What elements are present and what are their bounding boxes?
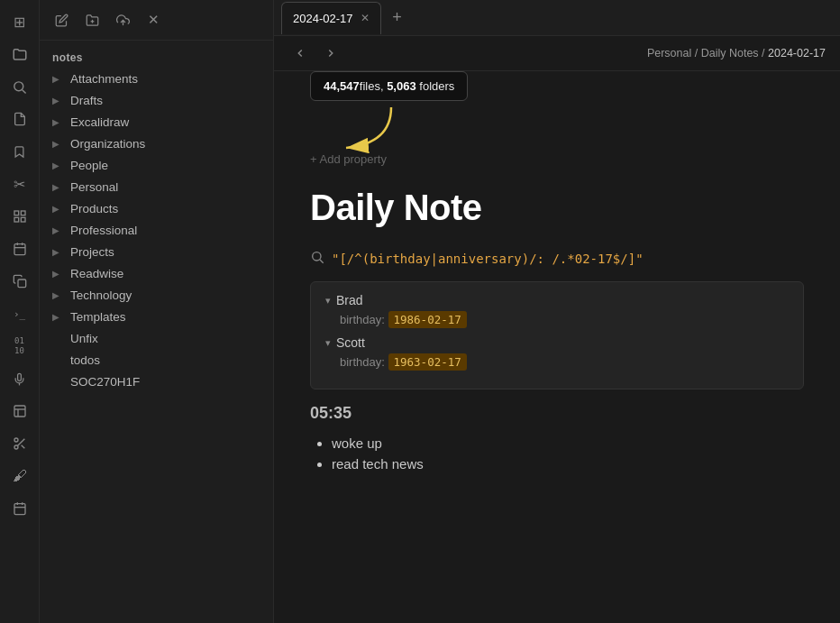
sidebar-edit-icon[interactable] <box>49 7 74 32</box>
chevron-brad-icon: ▾ <box>325 295 331 307</box>
chevron-icon: ▶ <box>52 204 67 214</box>
sidebar-item-products[interactable]: ▶ Products <box>43 198 269 219</box>
sidebar-item-label: Products <box>70 202 118 215</box>
svg-line-1 <box>23 89 26 93</box>
sidebar-item-label: Personal <box>70 180 118 194</box>
calendar2-icon[interactable] <box>5 494 34 523</box>
breadcrumb-part-personal[interactable]: Personal <box>647 47 691 60</box>
grid-icon[interactable] <box>5 202 34 231</box>
result-person-name: Scott <box>336 335 365 350</box>
page-title: Daily Note <box>310 188 804 228</box>
chevron-icon: ▶ <box>52 247 67 257</box>
search-query-text: "[/^(birthday|anniversary)/: /.*02-17$/]… <box>332 252 644 266</box>
result-name-brad: ▾ Brad <box>325 293 789 307</box>
sidebar: ✕ notes ▶ Attachments ▶ Drafts ▶ Excalid… <box>40 0 274 623</box>
sidebar-item-soc270h1f[interactable]: SOC270H1F <box>43 371 269 392</box>
sidebar-upload-icon[interactable] <box>110 7 135 32</box>
sidebar-plain-label: SOC270H1F <box>70 375 140 389</box>
sidebar-item-drafts[interactable]: ▶ Drafts <box>43 90 269 111</box>
scissors2-icon[interactable] <box>5 429 34 458</box>
icon-rail: ⊞ ✂ ›_ 0110 <box>0 0 40 623</box>
sidebar-item-people[interactable]: ▶ People <box>43 155 269 176</box>
tooltip-folders-count: 5,063 <box>387 79 416 93</box>
search-icon[interactable] <box>5 72 34 101</box>
tab-close-icon[interactable]: ✕ <box>361 12 370 24</box>
chevron-icon: ▶ <box>52 269 67 279</box>
result-item-brad: ▾ Brad birthday: 1986-02-17 <box>325 293 789 326</box>
list-item: woke up <box>332 435 804 451</box>
layout2-icon[interactable] <box>5 397 34 426</box>
breadcrumb-part-date[interactable]: 2024-02-17 <box>768 47 826 60</box>
result-name-scott: ▾ Scott <box>325 335 789 350</box>
svg-point-0 <box>14 81 23 90</box>
sidebar-item-templates[interactable]: ▶ Templates <box>43 307 269 327</box>
new-tab-button[interactable]: + <box>385 5 410 31</box>
svg-rect-5 <box>21 217 25 222</box>
result-field-scott-birthday: birthday: 1963-02-17 <box>325 355 789 369</box>
list-item: read tech news <box>332 456 804 472</box>
sidebar-toolbar: ✕ <box>40 0 273 41</box>
sidebar-close-icon[interactable]: ✕ <box>141 7 166 32</box>
scissors-icon[interactable]: ✂ <box>5 169 34 198</box>
sidebar-item-label: Professional <box>70 224 137 237</box>
chevron-icon: ▶ <box>52 182 67 192</box>
chevron-icon: ▶ <box>52 290 67 300</box>
sidebar-newfolder-icon[interactable] <box>79 7 105 32</box>
sidebar-item-attachments[interactable]: ▶ Attachments <box>43 69 269 89</box>
binary-icon[interactable]: 0110 <box>5 332 34 361</box>
tooltip-files-label: files, <box>360 79 384 93</box>
sidebar-item-excalidraw[interactable]: ▶ Excalidraw <box>43 112 269 133</box>
sidebar-item-organizations[interactable]: ▶ Organizations <box>43 133 269 154</box>
bullet-list: woke up read tech news <box>310 435 804 472</box>
layout-icon[interactable]: ⊞ <box>5 7 34 36</box>
chevron-scott-icon: ▾ <box>325 337 331 349</box>
svg-rect-12 <box>14 406 25 417</box>
sidebar-item-projects[interactable]: ▶ Projects <box>43 242 269 262</box>
sidebar-item-personal[interactable]: ▶ Personal <box>43 177 269 197</box>
active-tab[interactable]: 2024-02-17 ✕ <box>281 2 381 34</box>
copy-icon[interactable] <box>5 267 34 296</box>
sidebar-item-todos[interactable]: todos <box>43 350 269 371</box>
sidebar-item-label: Projects <box>70 245 114 259</box>
sidebar-item-readwise[interactable]: ▶ Readwise <box>43 263 269 284</box>
sidebar-item-label: Readwise <box>70 267 123 280</box>
sidebar-plain-label: todos <box>70 353 100 367</box>
tab-bar: 2024-02-17 ✕ + <box>274 0 840 36</box>
result-item-scott: ▾ Scott birthday: 1963-02-17 <box>325 335 789 369</box>
chevron-icon: ▶ <box>52 139 67 149</box>
field-value: 1963-02-17 <box>388 353 467 371</box>
svg-line-28 <box>320 260 324 263</box>
svg-point-15 <box>14 438 18 442</box>
sidebar-item-professional[interactable]: ▶ Professional <box>43 220 269 241</box>
breadcrumb-part-dailynotes[interactable]: Daily Notes <box>701 47 759 60</box>
add-property-button[interactable]: + Add property <box>310 152 804 166</box>
file-count-tooltip: 44,547files, 5,063 folders <box>310 71 468 101</box>
field-label: birthday: <box>340 313 385 326</box>
field-label: birthday: <box>340 355 385 369</box>
sidebar-item-unfix[interactable]: Unfix <box>43 328 269 349</box>
brush-icon[interactable]: 🖌 <box>5 462 34 490</box>
terminal-icon[interactable]: ›_ <box>5 299 34 328</box>
sidebar-item-technology[interactable]: ▶ Technology <box>43 285 269 306</box>
svg-rect-10 <box>18 279 26 288</box>
folder-icon[interactable] <box>5 40 34 69</box>
sidebar-item-label: People <box>70 159 108 172</box>
breadcrumb: Personal / Daily Notes / 2024-02-17 <box>350 47 826 60</box>
svg-line-18 <box>21 445 24 449</box>
chevron-icon: ▶ <box>52 312 67 322</box>
sidebar-section-label: notes <box>40 46 273 68</box>
search-results-box: ▾ Brad birthday: 1986-02-17 ▾ Scott <box>310 281 804 389</box>
bookmark-icon[interactable] <box>5 137 34 166</box>
back-button[interactable] <box>288 41 312 65</box>
calendar-icon[interactable] <box>5 234 34 263</box>
svg-rect-2 <box>14 211 19 215</box>
forward-button[interactable] <box>319 41 342 65</box>
sidebar-item-label: Drafts <box>70 94 103 107</box>
sidebar-item-label: Excalidraw <box>70 115 129 129</box>
chevron-icon: ▶ <box>52 96 67 105</box>
content-area: 44,547files, 5,063 folders + Add propert… <box>274 71 840 623</box>
mic-icon[interactable] <box>5 364 34 393</box>
sidebar-item-label: Templates <box>70 310 126 324</box>
sidebar-plain-label: Unfix <box>70 332 98 345</box>
new-file-icon[interactable] <box>5 105 34 133</box>
